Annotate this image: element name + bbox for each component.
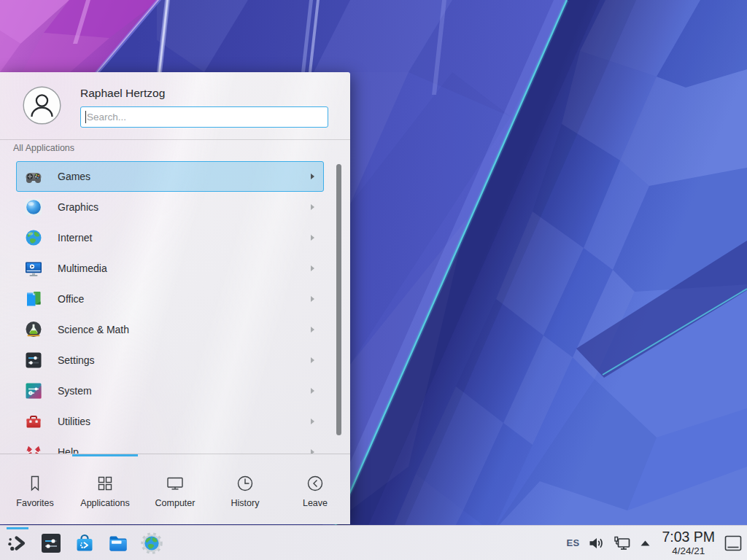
category-row-graphics[interactable]: Graphics: [16, 192, 324, 222]
category-label: Help: [58, 446, 79, 454]
volume-icon[interactable]: [587, 534, 605, 552]
gamepad-icon: [24, 167, 43, 186]
user-avatar-icon: [23, 86, 61, 125]
tab-label: Leave: [303, 498, 328, 508]
submenu-arrow-icon: [311, 357, 314, 363]
category-label: Utilities: [58, 416, 90, 427]
digital-clock[interactable]: 7:03 PM 4/24/21: [662, 530, 715, 556]
dolphin-file-manager-icon: [107, 532, 130, 555]
globe-icon: [24, 228, 43, 247]
submenu-arrow-icon: [311, 388, 314, 394]
tray-expander-arrow-icon[interactable]: [640, 540, 651, 547]
application-launcher-button[interactable]: [6, 532, 29, 555]
submenu-arrow-icon: [311, 327, 314, 332]
multimedia-icon: [24, 259, 43, 278]
scrollbar-handle[interactable]: [336, 164, 341, 435]
category-row-science[interactable]: Science & Math: [16, 314, 324, 345]
category-row-help[interactable]: Help: [16, 437, 324, 454]
monitor-icon: [165, 473, 185, 494]
desktop: Raphael Hertzog All Applications: [0, 0, 747, 560]
show-desktop-button[interactable]: [723, 533, 743, 553]
discover-store-icon: [73, 532, 96, 555]
taskbar-launchers: [6, 526, 163, 560]
submenu-arrow-icon: [311, 174, 314, 179]
text-cursor: [85, 111, 86, 123]
leave-circle-icon: [305, 473, 325, 494]
tab-applications[interactable]: Applications: [70, 454, 140, 524]
tab-label: History: [231, 498, 260, 508]
application-launcher-menu: Raphael Hertzog All Applications: [0, 72, 350, 524]
clock-time: 7:03 PM: [662, 530, 715, 545]
office-documents-icon: [24, 289, 43, 308]
submenu-arrow-icon: [311, 419, 314, 424]
category-row-internet[interactable]: Internet: [16, 222, 324, 253]
web-browser-button[interactable]: [140, 532, 163, 555]
submenu-arrow-icon: [311, 296, 314, 302]
taskbar: ES 7:03 PM 4/24/21: [0, 525, 747, 560]
category-label: Office: [58, 293, 84, 305]
category-label: Settings: [58, 354, 95, 366]
tab-leave[interactable]: Leave: [280, 454, 350, 524]
category-label: Internet: [58, 232, 92, 244]
tab-bar: Favorites Applications Computer: [0, 454, 350, 524]
search-field[interactable]: [80, 106, 328, 128]
submenu-arrow-icon: [311, 265, 314, 271]
section-label: All Applications: [13, 143, 74, 153]
clock-date: 4/24/21: [672, 546, 705, 556]
tab-history[interactable]: History: [210, 454, 280, 524]
submenu-arrow-icon: [311, 204, 314, 210]
category-row-multimedia[interactable]: Multimedia: [16, 253, 324, 284]
user-name: Raphael Hertzog: [80, 87, 165, 100]
kickoff-launcher-icon: [6, 532, 29, 555]
settings-sliders-icon: [24, 351, 43, 370]
tab-label: Favorites: [16, 498, 53, 508]
search-input[interactable]: [80, 106, 328, 128]
submenu-arrow-icon: [311, 235, 314, 241]
system-tray: ES 7:03 PM 4/24/21: [566, 526, 743, 560]
category-list: Games Graphics: [16, 161, 324, 454]
network-icon[interactable]: [613, 534, 632, 553]
tab-favorites[interactable]: Favorites: [0, 454, 70, 524]
web-browser-globe-icon: [140, 532, 163, 555]
header-separator: [0, 139, 350, 140]
help-arrows-icon: [24, 443, 43, 454]
system-settings-button[interactable]: [39, 532, 63, 555]
category-row-system[interactable]: System: [16, 376, 324, 406]
category-label: System: [58, 385, 92, 397]
category-label: Multimedia: [58, 262, 107, 274]
system-settings-icon: [39, 532, 63, 555]
tab-label: Computer: [155, 498, 196, 508]
category-label: Games: [58, 171, 90, 182]
category-row-office[interactable]: Office: [16, 284, 324, 314]
category-row-games[interactable]: Games: [16, 161, 324, 192]
tab-computer[interactable]: Computer: [140, 454, 210, 524]
discover-store-button[interactable]: [73, 532, 96, 555]
category-row-utilities[interactable]: Utilities: [16, 406, 324, 437]
category-label: Graphics: [58, 201, 98, 213]
toolbox-icon: [24, 412, 43, 431]
category-row-settings[interactable]: Settings: [16, 345, 324, 376]
tab-label: Applications: [80, 498, 129, 508]
file-manager-button[interactable]: [107, 532, 130, 555]
clock-icon: [235, 473, 255, 494]
keyboard-layout-indicator[interactable]: ES: [566, 537, 579, 548]
graphics-sphere-icon: [24, 198, 43, 217]
science-flask-icon: [24, 320, 43, 339]
category-label: Science & Math: [58, 324, 129, 335]
app-grid-icon: [95, 473, 115, 494]
system-sliders-icon: [24, 381, 43, 400]
active-tab-indicator: [72, 454, 138, 456]
bookmark-icon: [25, 473, 45, 494]
